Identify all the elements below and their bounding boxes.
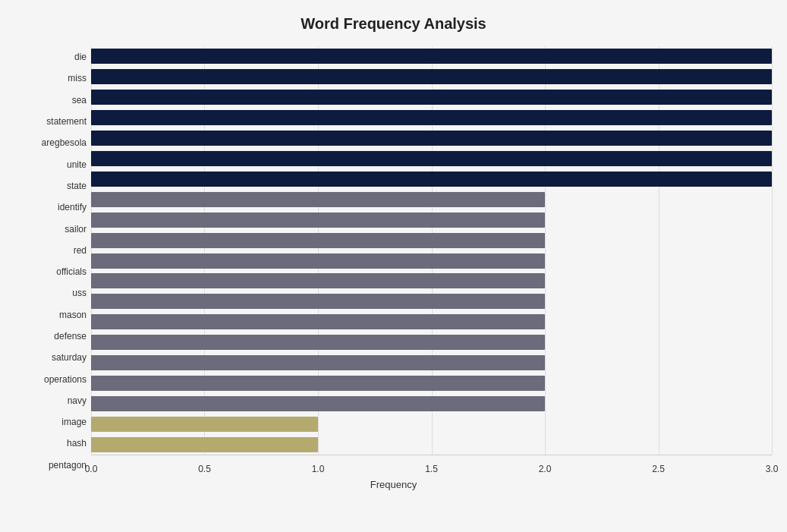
bar — [91, 49, 772, 64]
bar-row — [91, 67, 772, 87]
y-label: identify — [15, 197, 87, 218]
bar — [91, 417, 318, 432]
bar — [91, 131, 772, 146]
bar-row — [91, 332, 772, 353]
y-label: pentagon — [15, 455, 87, 476]
y-label: officials — [15, 261, 87, 282]
bars-wrapper — [91, 46, 772, 455]
x-tick: 0.5 — [198, 464, 211, 474]
bar-row — [91, 87, 772, 108]
bar-row — [91, 168, 772, 189]
bar — [91, 273, 545, 288]
bar — [91, 396, 545, 411]
grid-line — [772, 46, 773, 455]
bar — [91, 253, 545, 269]
bar — [91, 172, 772, 187]
y-label: miss — [15, 68, 87, 89]
bar-row — [91, 189, 772, 209]
x-axis: 0.00.51.01.52.02.53.0 — [91, 455, 772, 476]
y-label: sea — [15, 90, 87, 111]
y-label: navy — [15, 390, 87, 411]
y-label: sailor — [15, 218, 87, 239]
bar — [91, 355, 545, 370]
bar — [91, 314, 545, 329]
bar-row — [91, 149, 772, 169]
bar-row — [91, 209, 772, 230]
bar-row — [91, 46, 772, 67]
y-axis: diemissseastatementaregbesolaunitestatei… — [15, 46, 91, 476]
chart-container: Word Frequency Analysis diemissseastatem… — [0, 0, 787, 532]
y-label: defense — [15, 326, 87, 347]
bar-row — [91, 312, 772, 332]
x-tick: 1.0 — [312, 464, 325, 474]
bar-row — [91, 353, 772, 373]
x-tick: 2.0 — [539, 464, 552, 474]
bar — [91, 192, 545, 207]
y-label: image — [15, 411, 87, 433]
x-tick: 2.5 — [652, 464, 665, 474]
y-label: statement — [15, 111, 87, 132]
y-label: red — [15, 240, 87, 261]
bar — [91, 212, 545, 228]
y-label: state — [15, 175, 87, 197]
bar-row — [91, 373, 772, 394]
bar-row — [91, 108, 772, 128]
bar — [91, 110, 772, 125]
bar — [91, 69, 772, 84]
y-label: saturday — [15, 347, 87, 368]
bars-area: 0.00.51.01.52.02.53.0 — [91, 46, 772, 476]
bar-row — [91, 414, 772, 434]
y-label: hash — [15, 433, 87, 454]
x-axis-label: Frequency — [15, 479, 772, 490]
bar — [91, 335, 545, 350]
bar — [91, 437, 318, 452]
bar — [91, 376, 545, 391]
x-tick: 3.0 — [766, 464, 779, 474]
chart-title: Word Frequency Analysis — [15, 15, 772, 33]
bar — [91, 151, 772, 166]
bar-row — [91, 230, 772, 250]
bar-row — [91, 128, 772, 149]
bar-row — [91, 271, 772, 291]
bar-row — [91, 250, 772, 271]
y-label: operations — [15, 368, 87, 389]
bar — [91, 294, 545, 309]
y-label: unite — [15, 153, 87, 175]
y-label: aregbesola — [15, 132, 87, 153]
y-label: mason — [15, 304, 87, 326]
y-label: uss — [15, 282, 87, 304]
bar-row — [91, 393, 772, 414]
bar — [91, 233, 545, 248]
bar-row — [91, 434, 772, 455]
y-label: die — [15, 46, 87, 68]
x-tick: 0.0 — [85, 464, 98, 474]
bar-row — [91, 291, 772, 312]
x-tick: 1.5 — [425, 464, 438, 474]
bar — [91, 90, 772, 105]
